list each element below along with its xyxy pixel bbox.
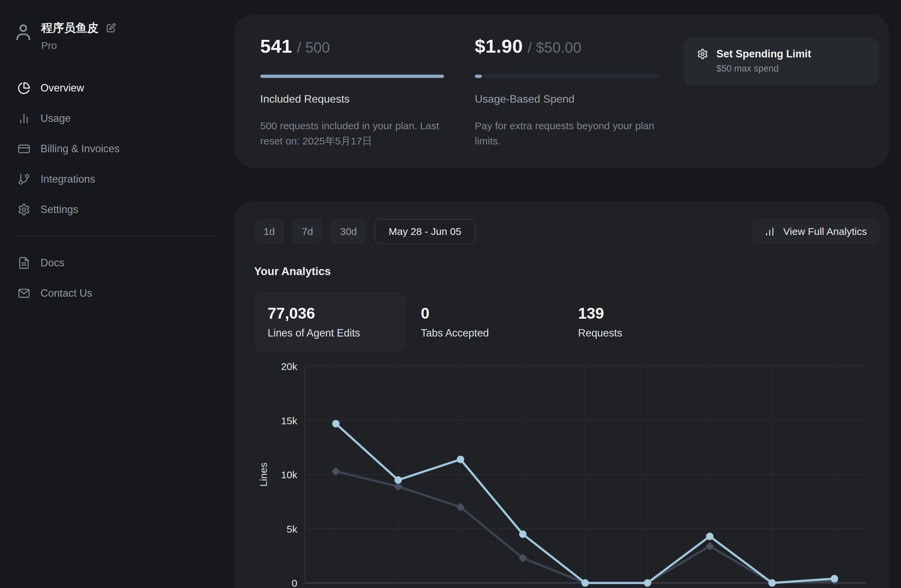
- gear-icon: [697, 48, 708, 60]
- set-spending-limit-label: Set Spending Limit: [716, 48, 811, 60]
- svg-text:5k: 5k: [287, 524, 298, 535]
- sidebar-item-settings[interactable]: Settings: [17, 195, 234, 225]
- view-full-analytics-button[interactable]: View Full Analytics: [752, 219, 879, 244]
- sidebar-item-usage[interactable]: Usage: [17, 103, 234, 134]
- sidebar-item-billing[interactable]: Billing & Invoices: [17, 134, 234, 164]
- git-branch-icon: [17, 173, 30, 186]
- gear-icon: [17, 203, 30, 216]
- svg-text:20k: 20k: [281, 361, 298, 372]
- stat-value: 139: [578, 304, 720, 322]
- mini-bar-chart-icon: [764, 226, 775, 237]
- spend-progress-fill: [475, 75, 482, 78]
- user-name: 程序员鱼皮: [41, 20, 98, 36]
- sidebar-item-contact[interactable]: Contact Us: [17, 278, 234, 309]
- svg-text:Lines: Lines: [258, 462, 269, 487]
- spend-used-value: $1.90: [475, 35, 523, 57]
- stat-lines-of-agent-edits[interactable]: 77,036 Lines of Agent Edits: [254, 292, 405, 351]
- pie-chart-icon: [17, 82, 30, 95]
- included-title: Included Requests: [260, 93, 444, 105]
- stat-label: Lines of Agent Edits: [268, 327, 392, 339]
- range-button-7d[interactable]: 7d: [292, 219, 322, 244]
- spend-title: Usage-Based Spend: [475, 93, 659, 105]
- mail-icon: [17, 287, 30, 300]
- range-button-30d[interactable]: 30d: [331, 219, 366, 244]
- stat-value: 77,036: [268, 304, 392, 322]
- line-chart-svg: 05k10k15k20kLines: [251, 351, 890, 588]
- view-full-analytics-label: View Full Analytics: [783, 226, 867, 237]
- sidebar-item-label: Billing & Invoices: [41, 143, 120, 155]
- user-avatar-icon: [13, 22, 34, 42]
- sidebar-item-label: Contact Us: [41, 287, 92, 299]
- edit-name-icon[interactable]: [106, 23, 116, 33]
- sidebar-item-label: Settings: [41, 204, 78, 216]
- usage-line-chart: 05k10k15k20kLines: [251, 351, 890, 588]
- included-limit-value: / 500: [297, 39, 330, 56]
- stat-label: Tabs Accepted: [421, 327, 563, 339]
- max-spend-sublabel: $50 max spend: [716, 64, 865, 74]
- included-progress-fill: [260, 75, 444, 78]
- included-progress-bar: [260, 75, 444, 78]
- usage-summary-card: 541 / 500 Included Requests 500 requests…: [234, 14, 890, 168]
- sidebar-item-label: Overview: [41, 82, 84, 94]
- analytics-title: Your Analytics: [254, 265, 879, 278]
- main-content: 541 / 500 Included Requests 500 requests…: [234, 0, 901, 588]
- sidebar-nav: Overview Usage Billing & Invoices: [15, 73, 234, 309]
- sidebar-item-integrations[interactable]: Integrations: [17, 164, 234, 195]
- bar-chart-icon: [17, 112, 30, 125]
- sidebar-item-overview[interactable]: Overview: [17, 73, 234, 103]
- sidebar-item-label: Integrations: [41, 173, 95, 185]
- spend-description: Pay for extra requests beyond your plan …: [475, 118, 659, 148]
- stat-label: Requests: [578, 327, 720, 339]
- set-spending-limit-button[interactable]: Set Spending Limit $50 max spend: [683, 38, 879, 86]
- stat-tabs-accepted[interactable]: 0 Tabs Accepted: [421, 292, 563, 351]
- sidebar: 程序员鱼皮 Pro Overview: [0, 0, 234, 588]
- svg-text:10k: 10k: [281, 469, 298, 480]
- date-range-picker[interactable]: May 28 - Jun 05: [374, 219, 475, 244]
- spend-progress-bar: [475, 75, 659, 78]
- svg-text:0: 0: [292, 577, 297, 588]
- spend-limit-value: / $50.00: [528, 39, 581, 56]
- sidebar-item-docs[interactable]: Docs: [17, 248, 234, 278]
- credit-card-icon: [17, 142, 30, 155]
- sidebar-item-label: Docs: [41, 257, 64, 269]
- included-description: 500 requests included in your plan. Last…: [260, 118, 444, 148]
- sidebar-item-label: Usage: [41, 112, 71, 125]
- included-used-value: 541: [260, 35, 292, 57]
- usage-spend-section: $1.90 / $50.00 Usage-Based Spend Pay for…: [475, 35, 659, 148]
- sidebar-divider: [17, 236, 218, 236]
- profile-text: 程序员鱼皮 Pro: [41, 20, 116, 51]
- analytics-stats-row: 77,036 Lines of Agent Edits 0 Tabs Accep…: [254, 292, 879, 351]
- document-icon: [17, 257, 30, 269]
- svg-text:15k: 15k: [281, 415, 298, 426]
- stat-requests[interactable]: 139 Requests: [578, 292, 720, 351]
- range-button-1d[interactable]: 1d: [254, 219, 284, 244]
- user-profile: 程序员鱼皮 Pro: [13, 20, 234, 51]
- plan-badge: Pro: [41, 40, 116, 51]
- stat-value: 0: [421, 304, 563, 322]
- date-range-controls: 1d 7d 30d May 28 - Jun 05 View Full Anal…: [254, 219, 879, 244]
- included-requests-section: 541 / 500 Included Requests 500 requests…: [260, 35, 444, 148]
- analytics-panel: 1d 7d 30d May 28 - Jun 05 View Full Anal…: [234, 201, 890, 588]
